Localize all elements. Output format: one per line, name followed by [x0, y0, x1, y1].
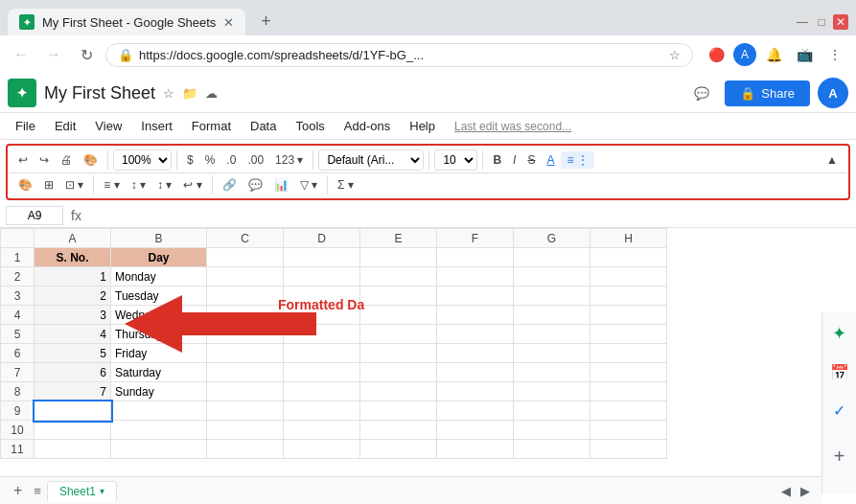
cell-a6[interactable]: 5 — [35, 344, 111, 363]
undo-button[interactable]: ↩ — [13, 150, 33, 170]
cell-c7[interactable] — [207, 363, 284, 382]
menu-addons[interactable]: Add-ons — [336, 115, 398, 137]
cell-d7[interactable] — [284, 363, 360, 382]
cell-b8[interactable]: Sunday — [111, 382, 207, 401]
cell-a2[interactable]: 1 — [35, 267, 111, 286]
calendar-icon[interactable]: 📅 — [826, 358, 853, 385]
cell-h9[interactable] — [590, 401, 667, 421]
cell-g3[interactable] — [514, 286, 590, 306]
cast-icon[interactable]: 📺 — [791, 41, 818, 68]
cell-f2[interactable] — [437, 267, 514, 286]
cell-d3[interactable] — [284, 286, 360, 306]
link-button[interactable]: 🔗 — [218, 175, 242, 195]
back-button[interactable]: ← — [8, 41, 35, 68]
close-button[interactable]: ✕ — [833, 14, 848, 30]
cell-d11[interactable] — [284, 440, 360, 459]
currency-button[interactable]: $ — [182, 150, 198, 170]
cell-a9[interactable] — [35, 401, 111, 421]
tab-close-button[interactable]: ✕ — [223, 15, 234, 30]
menu-tools[interactable]: Tools — [288, 115, 332, 137]
cell-d9[interactable] — [284, 401, 360, 421]
col-header-c[interactable]: C — [207, 229, 284, 248]
cell-f5[interactable] — [437, 325, 514, 344]
cell-f9[interactable] — [437, 401, 514, 421]
format-123-button[interactable]: 123 ▾ — [270, 150, 308, 170]
borders-button[interactable]: ⊞ — [39, 175, 58, 195]
menu-dots-icon[interactable]: ⋮ — [821, 41, 848, 68]
sheet-list-button[interactable]: ≡ — [28, 482, 47, 500]
cell-f7[interactable] — [437, 363, 514, 382]
tasks-icon[interactable]: ✓ — [826, 397, 853, 424]
paint-format-button[interactable]: 🎨 — [79, 150, 103, 170]
cell-h6[interactable] — [590, 344, 667, 363]
menu-format[interactable]: Format — [184, 115, 239, 137]
cell-b4[interactable]: Wednesday — [111, 306, 207, 325]
share-button[interactable]: 🔒 Share — [725, 80, 810, 106]
add-sheet-button[interactable]: + — [8, 480, 28, 501]
cloud-icon[interactable]: ☁ — [205, 86, 218, 101]
col-header-g[interactable]: G — [514, 229, 590, 248]
fill-color-button[interactable]: 🎨 — [13, 175, 37, 195]
print-button[interactable]: 🖨 — [56, 150, 77, 170]
cell-c6[interactable] — [207, 344, 284, 363]
more-formats-button[interactable]: ≡ ⋮ — [561, 151, 593, 169]
cell-h11[interactable] — [590, 440, 667, 459]
cell-h2[interactable] — [590, 267, 667, 286]
profile-icon[interactable]: A — [733, 43, 756, 66]
cell-c2[interactable] — [207, 267, 284, 286]
cell-a8[interactable]: 7 — [35, 382, 111, 401]
cell-f4[interactable] — [437, 306, 514, 325]
cell-b1[interactable]: Day — [111, 248, 207, 267]
text-wrap-button[interactable]: ↩ ▾ — [178, 175, 206, 195]
text-rotation-button[interactable]: ↕ ▾ — [152, 175, 176, 195]
font-family-select[interactable]: Default (Ari... — [318, 149, 424, 171]
cell-b6[interactable]: Friday — [111, 344, 207, 363]
collapse-toolbar-button[interactable]: ▲ — [821, 150, 843, 170]
active-tab[interactable]: ✦ My First Sheet - Google Sheets ✕ — [8, 9, 245, 35]
cell-h10[interactable] — [590, 421, 667, 440]
cell-b10[interactable] — [111, 421, 207, 440]
cell-g10[interactable] — [514, 421, 590, 440]
filter-button[interactable]: ▽ ▾ — [295, 175, 322, 195]
folder-icon[interactable]: 📁 — [182, 86, 197, 101]
forward-button[interactable]: → — [40, 41, 67, 68]
cell-c10[interactable] — [207, 421, 284, 440]
address-input[interactable]: 🔒 https://docs.google.com/spreadsheets/d… — [105, 43, 693, 67]
cell-g2[interactable] — [514, 267, 590, 286]
cell-c4[interactable] — [207, 306, 284, 325]
decimal-inc-button[interactable]: .00 — [243, 150, 268, 170]
cell-b3[interactable]: Tuesday — [111, 286, 207, 306]
chart-button[interactable]: 📊 — [269, 175, 293, 195]
cell-h7[interactable] — [590, 363, 667, 382]
cell-c3[interactable] — [207, 286, 284, 306]
decimal-dec-button[interactable]: .0 — [221, 150, 241, 170]
sheets-icon[interactable]: ✦ — [826, 320, 853, 347]
cell-c1[interactable] — [207, 248, 284, 267]
cell-reference-input[interactable]: A9 — [6, 206, 63, 225]
menu-data[interactable]: Data — [243, 115, 284, 137]
cell-e9[interactable] — [360, 401, 437, 421]
col-header-d[interactable]: D — [284, 229, 360, 248]
cell-a11[interactable] — [35, 440, 111, 459]
cell-g9[interactable] — [514, 401, 590, 421]
cell-a1[interactable]: S. No. — [35, 248, 111, 267]
cell-d10[interactable] — [284, 421, 360, 440]
menu-file[interactable]: File — [8, 115, 43, 137]
cell-h3[interactable] — [590, 286, 667, 306]
minimize-button[interactable]: — — [795, 14, 810, 30]
cell-f3[interactable] — [437, 286, 514, 306]
star-icon[interactable]: ☆ — [163, 86, 174, 101]
maximize-button[interactable]: □ — [814, 14, 829, 30]
cell-e6[interactable] — [360, 344, 437, 363]
cell-e11[interactable] — [360, 440, 437, 459]
underline-button[interactable]: A — [542, 150, 559, 170]
cell-f10[interactable] — [437, 421, 514, 440]
col-header-e[interactable]: E — [360, 229, 437, 248]
add-panel-button[interactable]: + — [826, 443, 853, 470]
cell-e7[interactable] — [360, 363, 437, 382]
cell-d4[interactable] — [284, 306, 360, 325]
cell-g7[interactable] — [514, 363, 590, 382]
zoom-select[interactable]: 100% — [113, 149, 172, 171]
font-size-select[interactable]: 10 — [434, 149, 477, 171]
merge-button[interactable]: ⊡ ▾ — [60, 175, 88, 195]
